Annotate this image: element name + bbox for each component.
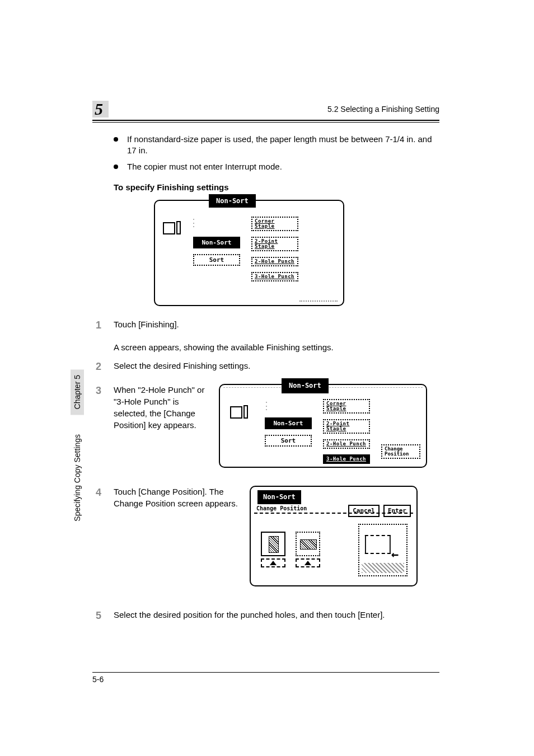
- sort-button[interactable]: Sort: [193, 254, 240, 266]
- procedure-heading: To specify Finishing settings: [114, 182, 439, 192]
- preview-panel: ←: [358, 524, 407, 576]
- step-5: 5 Select the desired position for the pu…: [92, 609, 439, 623]
- three-hole-punch-button[interactable]: 3-Hole Punch: [251, 272, 298, 281]
- step-3: 3 When "2-Hole Punch" or "3-Hole Punch" …: [92, 384, 439, 468]
- step-4: 4 Touch [Change Position]. The Change Po…: [92, 486, 439, 586]
- step-number: 1: [92, 318, 114, 332]
- finishing-screen-illustration-2: Non-Sort ⋮ Non-Sort Sort Corner Staple 2…: [219, 384, 427, 468]
- divider-dots: ⋮: [261, 398, 272, 412]
- two-hole-punch-button[interactable]: 2-Hole Punch: [251, 257, 298, 266]
- note-item: The copier must not enter Interrupt mode…: [114, 161, 439, 172]
- step-number: 4: [92, 486, 114, 586]
- side-chapter-tab: Chapter 5: [71, 369, 84, 415]
- page-number: 5-6: [92, 675, 104, 684]
- two-point-staple-button[interactable]: 2-Point Staple: [323, 419, 370, 434]
- two-point-staple-button[interactable]: 2-Point Staple: [251, 237, 298, 251]
- side-section-tab: Specifying Copy Settings: [71, 431, 84, 525]
- note-item: If nonstandard-size paper is used, the p…: [114, 134, 439, 157]
- up-arrow-button[interactable]: [261, 558, 285, 567]
- cancel-button[interactable]: Cancel: [348, 505, 380, 516]
- step-1-sub: A screen appears, showing the available …: [114, 342, 439, 352]
- screen-subtitle: Change Position: [256, 506, 307, 511]
- step-number: 3: [92, 384, 114, 468]
- chapter-number: 5: [92, 101, 109, 118]
- corner-staple-button[interactable]: Corner Staple: [251, 217, 298, 231]
- nonsort-button[interactable]: Non-Sort: [193, 237, 240, 248]
- step-1: 1 Touch [Finishing].: [92, 318, 439, 332]
- step-text: Select the desired position for the punc…: [114, 609, 439, 623]
- output-tray-icon: [163, 220, 182, 234]
- up-arrow-button[interactable]: [296, 558, 320, 567]
- step-text: When "2-Hole Punch" or "3-Hole Punch" is…: [114, 384, 209, 431]
- change-position-screen-illustration: Non-Sort Change Position Cancel Enter: [250, 486, 418, 586]
- header-rule-thick: [92, 120, 439, 121]
- hatched-area: [362, 563, 404, 573]
- header-section-title: 5.2 Selecting a Finishing Setting: [327, 105, 439, 114]
- landscape-orientation-button[interactable]: [296, 532, 320, 556]
- partial-border: [299, 300, 338, 302]
- step-text: Select the desired Finishing settings.: [114, 360, 439, 374]
- divider-line: [254, 513, 413, 514]
- enter-button[interactable]: Enter: [383, 505, 411, 516]
- step-2: 2 Select the desired Finishing settings.: [92, 360, 439, 374]
- finishing-screen-illustration-1: Non-Sort ⋮ Non-Sort Sort Corner Staple 2…: [154, 200, 344, 306]
- step-text: Touch [Finishing].: [114, 318, 439, 332]
- header-rule-thin: [92, 122, 439, 123]
- left-arrow-icon: ←: [391, 546, 399, 564]
- divider-dots: ⋮: [189, 217, 199, 228]
- step-number: 2: [92, 360, 114, 374]
- screen-title: Non-Sort: [282, 378, 329, 393]
- page-footer: 5-6: [92, 675, 439, 684]
- screen-title: Non-Sort: [257, 490, 301, 504]
- footer-rule: [92, 672, 439, 673]
- step-text: Touch [Change Position]. The Change Posi…: [114, 486, 240, 509]
- page-content: 5 5.2 Selecting a Finishing Setting If n…: [92, 101, 439, 684]
- three-hole-punch-button[interactable]: 3-Hole Punch: [323, 454, 370, 464]
- corner-staple-button[interactable]: Corner Staple: [323, 399, 370, 414]
- sort-button[interactable]: Sort: [265, 435, 312, 447]
- portrait-orientation-button[interactable]: [261, 532, 285, 556]
- two-hole-punch-button[interactable]: 2-Hole Punch: [323, 439, 370, 449]
- change-position-button[interactable]: Change Position: [381, 444, 420, 459]
- output-tray-icon: [230, 404, 249, 419]
- note-list: If nonstandard-size paper is used, the p…: [114, 134, 439, 172]
- step-number: 5: [92, 609, 114, 623]
- page-header: 5 5.2 Selecting a Finishing Setting: [92, 101, 439, 118]
- preview-paper-icon: [365, 535, 391, 554]
- nonsort-button[interactable]: Non-Sort: [265, 417, 312, 429]
